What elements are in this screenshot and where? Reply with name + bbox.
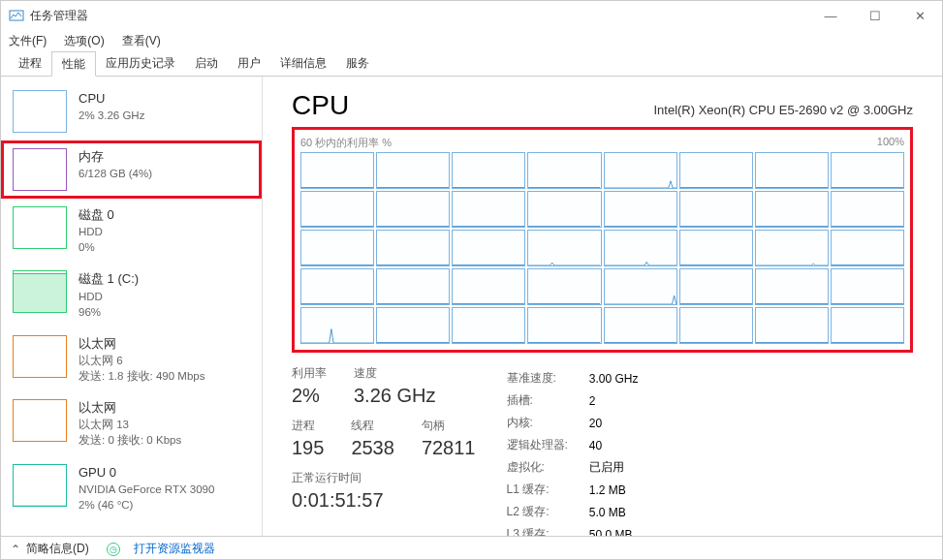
stat-uptime: 0:01:51:57 <box>292 489 476 512</box>
sidebar-item-disk1[interactable]: 磁盘 1 (C:)HDD96% <box>1 263 262 327</box>
sidebar-sub2: 96% <box>79 304 250 320</box>
tab-processes[interactable]: 进程 <box>9 51 51 76</box>
sidebar-item-cpu[interactable]: CPU2% 3.26 GHz <box>1 82 262 140</box>
tab-startup[interactable]: 启动 <box>185 51 228 76</box>
core-cell <box>376 191 450 228</box>
sidebar-sub2: 发送: 1.8 接收: 490 Mbps <box>79 368 250 384</box>
core-cell <box>679 191 753 228</box>
core-cell <box>527 191 601 228</box>
core-cell <box>527 230 601 266</box>
open-monitor-link[interactable]: 打开资源监视器 <box>134 541 215 557</box>
tab-performance[interactable]: 性能 <box>51 51 96 77</box>
cpu-model: Intel(R) Xeon(R) CPU E5-2690 v2 @ 3.00GH… <box>653 103 913 117</box>
cpu-core-chart: 60 秒内的利用率 % 100% <box>292 127 913 353</box>
core-cell <box>831 307 904 344</box>
sidebar-item-eth[interactable]: 以太网以太网 6发送: 1.8 接收: 490 Mbps <box>1 327 262 391</box>
window-controls: — ☐ ✕ <box>808 1 942 30</box>
stat-handles: 72811 <box>422 437 476 459</box>
tab-app-history[interactable]: 应用历史记录 <box>96 51 185 76</box>
sidebar-title: 以太网 <box>79 399 250 417</box>
core-cell <box>679 307 753 344</box>
core-cell <box>452 230 525 266</box>
sidebar-title: GPU 0 <box>79 464 250 482</box>
stat-speed: 3.26 GHz <box>354 385 435 407</box>
sidebar-title: 内存 <box>79 148 250 166</box>
close-button[interactable]: ✕ <box>897 1 942 30</box>
core-cell <box>679 230 753 266</box>
core-cell <box>679 152 753 189</box>
stat-proc: 195 <box>292 437 324 459</box>
core-cell <box>831 191 904 228</box>
core-cell <box>300 268 374 305</box>
core-cell <box>527 152 601 189</box>
sidebar-sub: 2% 3.26 GHz <box>79 108 250 123</box>
core-cell <box>755 191 829 228</box>
core-cell <box>604 152 677 189</box>
chart-label-right: 100% <box>877 136 904 150</box>
val-base: 3.00 GHz <box>589 368 639 389</box>
tab-bar: 进程 性能 应用历史记录 启动 用户 详细信息 服务 <box>1 51 942 77</box>
core-cell <box>300 152 374 189</box>
core-cell <box>452 307 525 344</box>
menu-options[interactable]: 选项(O) <box>64 33 104 49</box>
stats-right: 基准速度:3.00 GHz 插槽:2 内核:20 逻辑处理器:40 虚拟化:已启… <box>505 366 641 536</box>
brief-info-btn[interactable]: 简略信息(D) <box>26 541 89 557</box>
sidebar-sub: 6/128 GB (4%) <box>79 166 250 181</box>
sidebar-item-disk[interactable]: 磁盘 0HDD0% <box>1 199 262 263</box>
menu-view[interactable]: 查看(V) <box>122 33 161 49</box>
val-logical: 40 <box>589 435 639 455</box>
val-cores: 20 <box>589 413 639 433</box>
core-cell <box>452 191 525 228</box>
sidebar-title: CPU <box>79 90 250 108</box>
sidebar-sub: 以太网 6 <box>79 353 250 368</box>
stats-left: 利用率2% 速度3.26 GHz 进程195 线程2538 句柄72811 正常… <box>292 366 476 536</box>
sidebar-title: 磁盘 0 <box>79 206 250 224</box>
core-cell <box>604 191 677 228</box>
sidebar: CPU2% 3.26 GHz内存6/128 GB (4%)磁盘 0HDD0%磁盘… <box>1 77 263 536</box>
sidebar-sub2: 2% (46 °C) <box>79 497 250 513</box>
thumb-icon <box>13 148 67 191</box>
sidebar-item-gpu[interactable]: GPU 0NVIDIA GeForce RTX 30902% (46 °C) <box>1 456 262 520</box>
chevron-up-icon[interactable]: ⌃ <box>11 543 20 556</box>
core-cell <box>376 307 450 344</box>
core-cell <box>604 307 677 344</box>
tab-details[interactable]: 详细信息 <box>270 51 336 76</box>
val-sockets: 2 <box>589 390 639 411</box>
thumb-icon <box>13 399 67 442</box>
app-icon <box>9 8 24 23</box>
sidebar-title: 磁盘 1 (C:) <box>79 270 250 288</box>
val-virt: 已启用 <box>589 457 639 478</box>
core-cell <box>376 268 450 305</box>
sidebar-sub: HDD <box>79 224 250 239</box>
thumb-icon <box>13 206 67 249</box>
core-cell <box>527 307 601 344</box>
core-cell <box>755 152 829 189</box>
val-l2: 5.0 MB <box>589 502 639 522</box>
thumb-icon <box>13 90 67 133</box>
sidebar-title: 以太网 <box>79 335 250 353</box>
menu-bar: 文件(F) 选项(O) 查看(V) <box>1 30 942 51</box>
core-cell <box>376 152 450 189</box>
core-cell <box>527 268 601 305</box>
val-l1: 1.2 MB <box>589 480 639 500</box>
menu-file[interactable]: 文件(F) <box>9 33 47 49</box>
core-cell <box>300 307 374 344</box>
sidebar-item-mem[interactable]: 内存6/128 GB (4%) <box>1 140 262 199</box>
sidebar-sub2: 发送: 0 接收: 0 Kbps <box>79 432 250 448</box>
main-panel: CPU Intel(R) Xeon(R) CPU E5-2690 v2 @ 3.… <box>263 77 942 536</box>
core-cell <box>300 230 374 266</box>
thumb-icon <box>13 270 67 313</box>
status-bar: ⌃ 简略信息(D) ◷ 打开资源监视器 <box>1 536 942 560</box>
tab-services[interactable]: 服务 <box>336 51 379 76</box>
core-cell <box>604 268 677 305</box>
maximize-button[interactable]: ☐ <box>853 1 897 30</box>
core-cell <box>452 268 525 305</box>
core-cell <box>679 268 753 305</box>
sidebar-sub: HDD <box>79 289 250 304</box>
minimize-button[interactable]: — <box>808 1 853 30</box>
core-cell <box>376 230 450 266</box>
tab-users[interactable]: 用户 <box>228 51 270 76</box>
core-cell <box>831 230 904 266</box>
stat-threads: 2538 <box>351 437 394 459</box>
sidebar-item-eth[interactable]: 以太网以太网 13发送: 0 接收: 0 Kbps <box>1 391 262 455</box>
